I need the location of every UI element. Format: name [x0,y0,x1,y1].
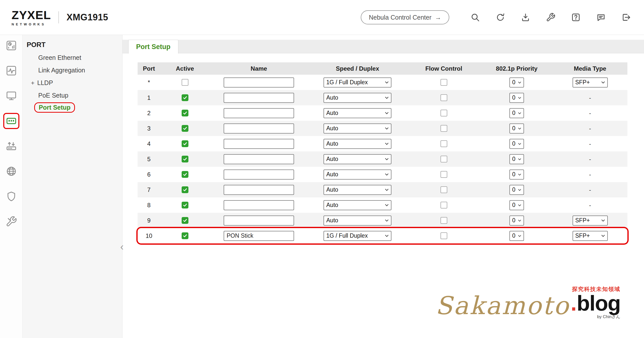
port-icon[interactable] [3,113,19,129]
flow-control-checkbox[interactable] [440,94,447,101]
flow-control-checkbox[interactable] [440,110,447,116]
speed-duplex-select[interactable]: Auto [324,216,391,226]
chevron-down-icon [385,97,389,99]
priority-select[interactable]: 0 [509,139,524,149]
port-name-input[interactable] [224,170,294,180]
active-checkbox[interactable] [182,232,188,239]
speed-duplex-select[interactable]: Auto [324,185,391,195]
port-name-input[interactable] [224,93,294,103]
flow-control-checkbox[interactable] [440,202,447,208]
flow-control-checkbox[interactable] [440,186,447,193]
priority-select[interactable]: 0 [509,170,524,180]
port-name-input[interactable] [224,139,294,149]
speed-duplex-select[interactable]: 1G / Full Duplex [324,77,391,88]
priority-cell: 0 [481,93,553,103]
media-type-select[interactable]: SFP+ [573,231,608,241]
priority-select[interactable]: 0 [509,123,524,134]
priority-select[interactable]: 0 [509,231,524,241]
priority-select[interactable]: 0 [509,93,524,103]
active-checkbox[interactable] [182,140,188,147]
media-type-select[interactable]: SFP+ [573,216,608,226]
logout-icon[interactable] [621,13,631,22]
refresh-icon[interactable] [496,13,505,22]
speed-duplex-value: Auto [326,125,338,132]
search-icon[interactable] [470,13,480,22]
flow-control-checkbox[interactable] [440,79,447,86]
port-name-input[interactable] [224,108,294,118]
system-icon[interactable] [3,88,19,104]
name-cell [210,185,308,195]
media-type-value: SFP+ [575,217,590,224]
flow-control-checkbox[interactable] [440,232,447,239]
expand-plus-icon[interactable]: + [31,79,34,86]
active-checkbox[interactable] [182,171,188,178]
nebula-control-center-button[interactable]: Nebula Control Center → [361,10,449,24]
flow-control-checkbox[interactable] [440,140,447,147]
active-checkbox[interactable] [182,156,188,162]
name-cell [210,123,308,134]
speed-duplex-select[interactable]: Auto [324,123,391,134]
switching-icon[interactable] [3,138,19,154]
priority-select[interactable]: 0 [509,77,524,88]
col-header-media-type: Media Type [553,65,627,72]
flow-control-checkbox[interactable] [440,217,447,224]
speed-duplex-select[interactable]: Auto [324,200,391,210]
nav-item-port-setup[interactable]: Port Setup [34,102,75,113]
monitoring-icon[interactable] [3,63,19,79]
port-number: 6 [147,171,150,178]
active-checkbox[interactable] [182,110,188,116]
collapse-sidebar-chevron[interactable]: ‹ [120,242,124,252]
priority-cell: 0 [481,200,553,210]
priority-select[interactable]: 0 [509,108,524,118]
priority-select[interactable]: 0 [509,185,524,195]
active-checkbox[interactable] [182,125,188,132]
security-icon[interactable] [3,188,19,204]
speed-duplex-select[interactable]: Auto [324,170,391,180]
speed-duplex-select[interactable]: Auto [324,108,391,118]
nav-item-link-aggregation[interactable]: Link Aggregation [38,67,122,74]
active-checkbox[interactable] [182,186,188,193]
speed-duplex-select[interactable]: 1G / Full Duplex [324,231,391,241]
port-name-input[interactable] [224,77,294,88]
flow-control-checkbox[interactable] [440,171,447,178]
speed-duplex-select[interactable]: Auto [324,139,391,149]
flow-control-cell [407,94,481,101]
speed-duplex-select[interactable]: Auto [324,154,391,164]
dashboard-icon[interactable] [3,37,19,54]
watermark-right-column: 探究科技未知領域 . blog by Chinさん [571,285,620,320]
active-cell [160,94,210,101]
networking-icon[interactable] [3,163,19,179]
media-type-select[interactable]: SFP+ [573,77,608,88]
maintenance-icon[interactable] [3,214,19,230]
port-name-input[interactable] [224,185,294,195]
port-name-input[interactable] [224,231,294,241]
media-type-dash: - [589,140,591,147]
wrench-icon[interactable] [546,13,555,22]
port-name-input[interactable] [224,123,294,134]
active-checkbox[interactable] [182,217,188,224]
active-checkbox[interactable] [182,79,188,86]
speed-duplex-select[interactable]: Auto [324,93,391,103]
firmware-download-icon[interactable] [521,13,530,22]
port-cell: 6 [138,171,160,178]
feedback-icon[interactable] [596,13,606,22]
speed-cell: Auto [308,216,407,226]
flow-control-cell [407,125,481,132]
nav-item-poe-setup[interactable]: PoE Setup [38,92,122,99]
tab-port-setup[interactable]: Port Setup [128,40,178,54]
flow-control-checkbox[interactable] [440,156,447,162]
priority-select[interactable]: 0 [509,154,524,164]
port-name-input[interactable] [224,200,294,210]
nav-item-lldp[interactable]: +LLDP [31,79,122,87]
active-checkbox[interactable] [182,94,188,101]
help-icon[interactable] [571,13,581,22]
port-name-input[interactable] [224,154,294,164]
active-checkbox[interactable] [182,202,188,208]
nav-item-green-ethernet[interactable]: Green Ethernet [38,54,122,61]
priority-select[interactable]: 0 [509,200,524,210]
priority-cell: 0 [481,77,553,88]
port-name-input[interactable] [224,216,294,226]
col-header-name: Name [210,65,308,72]
priority-select[interactable]: 0 [509,216,524,226]
flow-control-checkbox[interactable] [440,125,447,132]
